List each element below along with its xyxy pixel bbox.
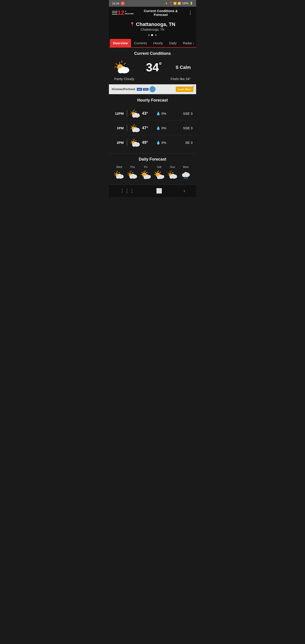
hourly-divider-2 — [127, 124, 127, 131]
location-dots: + — [109, 33, 196, 37]
hourly-temp-1pm: 47° — [142, 126, 154, 130]
bottom-navigation: ⋮⋮⋮ ⬜ ‹ — [109, 185, 196, 197]
ad-text: #ConnectForGood — [112, 88, 135, 91]
daily-icon-thu — [128, 170, 138, 179]
location-icon: 📍 — [169, 2, 172, 5]
ad-logo-circle — [149, 86, 156, 92]
hourly-divider-3 — [127, 139, 127, 146]
location-dot-1[interactable] — [148, 34, 150, 36]
hourly-temp-12pm: 43° — [142, 111, 154, 116]
svg-line-96 — [187, 177, 188, 179]
hourly-temp-2pm: 49° — [142, 140, 154, 145]
wifi-icon: 📶 — [173, 2, 177, 5]
daily-icon-sun — [168, 170, 178, 179]
svg-line-42 — [114, 173, 116, 174]
rain-drop-icon-1: 💧 — [156, 111, 160, 116]
hourly-icon-12pm — [130, 108, 140, 118]
battery-icon: 🔋 — [190, 2, 193, 5]
ad-close-icon[interactable]: ✕ — [192, 85, 194, 88]
ad-banner: ✕ #ConnectForGood epb CFGC Learn More — [109, 84, 196, 94]
battery-percent: 100% — [182, 2, 189, 5]
ad-learn-more-button[interactable]: Learn More — [176, 86, 194, 92]
hourly-wind-12pm: SSE 3 — [172, 112, 192, 116]
home-button[interactable]: ⬜ — [156, 188, 162, 194]
daily-icon-wed — [114, 170, 124, 179]
daily-icon-fri — [141, 170, 151, 179]
logo-number: 12 — [118, 10, 124, 16]
svg-point-19 — [136, 113, 140, 116]
hourly-row-12pm: 12PM 43° 💧 0% SSE 3 — [112, 106, 192, 121]
location-primary: 📍 Chattanooga, TN — [109, 22, 196, 27]
daily-day-mon: Mon — [179, 165, 192, 179]
tab-bar: Overview Currents Hourly Daily Radar › — [109, 39, 196, 48]
daily-forecast-section: Daily Forecast Wed — [109, 153, 196, 183]
svg-line-32 — [131, 141, 132, 142]
location-secondary: Chattanooga, TN — [109, 28, 196, 31]
svg-point-93 — [186, 173, 190, 176]
tab-daily[interactable]: Daily — [166, 39, 180, 47]
hourly-precip-12pm: 💧 0% — [156, 111, 170, 116]
svg-line-62 — [142, 172, 143, 173]
logo-text: ® WEATHER — [125, 10, 134, 15]
hourly-row-1pm: 1PM 47° 💧 0% SSE 3 — [112, 121, 192, 135]
tab-radar[interactable]: Radar › — [180, 39, 196, 47]
ad-content: #ConnectForGood epb CFGC — [112, 86, 176, 92]
hourly-precip-1pm: 💧 0% — [156, 126, 170, 130]
hourly-precip-2pm: 💧 0% — [156, 140, 170, 145]
location-dot-2[interactable] — [151, 34, 153, 36]
svg-line-74 — [160, 172, 160, 173]
hourly-wind-2pm: SE 3 — [172, 141, 192, 144]
current-conditions-section: Current Conditions — [109, 48, 196, 84]
tab-currents[interactable]: Currents — [131, 39, 150, 47]
current-conditions-title: Current Conditions — [112, 51, 192, 56]
daily-day-thu: Thu — [126, 165, 139, 179]
svg-point-39 — [136, 142, 140, 146]
hourly-divider-1 — [127, 110, 127, 117]
current-wind: S Calm — [176, 65, 191, 70]
back-button[interactable]: ⋮⋮⋮ — [120, 188, 134, 194]
hourly-icon-2pm — [130, 138, 140, 147]
current-conditions-row: 34° S Calm — [112, 60, 192, 75]
signal-icon: 📶 — [178, 2, 181, 5]
svg-line-4 — [124, 63, 126, 64]
status-icons: 🔇 📍 📶 📶 100% 🔋 — [165, 2, 193, 5]
svg-line-54 — [132, 172, 133, 173]
recents-button[interactable]: ‹ — [184, 188, 185, 194]
feels-like-label: Feels like 34° — [170, 77, 191, 81]
hourly-wind-1pm: SSE 3 — [172, 126, 192, 130]
svg-line-94 — [184, 177, 184, 179]
daily-day-wed: Wed — [112, 165, 126, 179]
ad-logo-cfgc: CFGC — [143, 88, 149, 90]
hourly-forecast-section: Hourly Forecast 12PM 43° 💧 — [109, 94, 196, 153]
tab-overview[interactable]: Overview — [110, 39, 131, 47]
hamburger-button[interactable] — [112, 11, 118, 14]
svg-point-59 — [134, 175, 137, 178]
svg-line-24 — [135, 126, 136, 126]
daily-day-sun: Sun — [166, 165, 179, 179]
mute-icon: 🔇 — [165, 2, 168, 5]
daily-day-sat: Sat — [152, 165, 166, 179]
svg-line-84 — [172, 172, 173, 173]
svg-point-89 — [174, 175, 177, 178]
svg-line-64 — [146, 172, 147, 173]
location-add-button[interactable]: + — [155, 33, 157, 37]
svg-line-95 — [186, 177, 186, 179]
more-options-button[interactable]: ⋮ — [188, 10, 193, 16]
svg-line-22 — [131, 126, 132, 127]
svg-line-72 — [155, 172, 156, 173]
location-section: 📍 Chattanooga, TN Chattanooga, TN + — [109, 19, 196, 39]
hourly-forecast-title: Hourly Forecast — [112, 98, 192, 103]
hourly-row-2pm: 2PM 49° 💧 0% SE 3 — [112, 135, 192, 150]
svg-line-2 — [116, 64, 118, 65]
svg-point-9 — [125, 67, 129, 71]
ad-logo-epb: epb — [137, 88, 142, 91]
nav-title: Current Conditions & Forecast — [136, 9, 186, 16]
top-nav: 12 ® WEATHER Current Conditions & Foreca… — [109, 7, 196, 19]
daily-forecast-title: Daily Forecast — [112, 157, 192, 162]
svg-line-44 — [119, 172, 120, 173]
svg-point-49 — [120, 175, 124, 178]
tab-hourly[interactable]: Hourly — [150, 39, 166, 47]
svg-point-29 — [136, 128, 140, 131]
current-weather-icon — [114, 60, 132, 75]
hourly-time-2pm: 2PM — [112, 141, 124, 144]
